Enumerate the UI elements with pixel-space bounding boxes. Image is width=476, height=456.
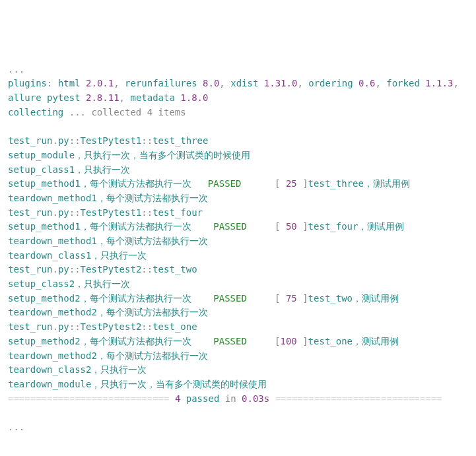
plugin-forked: forked (386, 78, 425, 88)
plugin-metadata: metadata (130, 92, 180, 103)
teardown-class-line: teardown_class1，只执行一次 (8, 249, 468, 263)
progress-pct: 50 (286, 221, 297, 232)
setup-module-line: setup_module，只执行一次，当有多个测试类的时候使用 (8, 148, 468, 163)
test-id-line: test_run.py::TestPytest2::test_two (8, 263, 468, 277)
test-result-line: setup_method2，每个测试方法都执行一次 PASSED [100 ]t… (8, 335, 468, 349)
blank-line (8, 120, 468, 135)
teardown-method: teardown_method1，每个测试方法都执行一次 (8, 193, 208, 203)
teardown-method-line: teardown_method1，每个测试方法都执行一次 (8, 191, 468, 206)
summary-rule-left: ============================= (8, 393, 175, 404)
test-name: test_three (153, 135, 208, 146)
ellipsis-line: ... (8, 63, 468, 77)
setup-class-line: setup_class2，只执行一次 (8, 277, 468, 292)
plugin-allure: allure pytest (8, 92, 86, 103)
summary-in: in (225, 393, 242, 404)
terminal-output: ...plugins: html 2.0.1, rerunfailures 8.… (8, 63, 468, 435)
collecting-label: collecting (8, 107, 69, 117)
summary-line: ============================= 4 passed i… (8, 392, 468, 407)
plugin-xdist: xdist (230, 78, 264, 88)
passed-label: PASSED (213, 293, 247, 304)
teardown-method-line: teardown_method1，每个测试方法都执行一次 (8, 234, 468, 249)
test-file: test_run (8, 321, 52, 332)
plugin-ordering: ordering (308, 78, 358, 88)
collecting-rest: ... collected 4 items (69, 107, 186, 117)
test-ext: py (58, 207, 69, 218)
test-ext: py (58, 321, 69, 332)
teardown-method-line: teardown_method2，每个测试方法都执行一次 (8, 306, 468, 320)
teardown-class-line: teardown_class2，只执行一次 (8, 363, 468, 377)
test-name: test_two (153, 264, 197, 275)
plugin-xdist-version: 1.31.0 (264, 78, 298, 88)
teardown-method: teardown_method2，每个测试方法都执行一次 (8, 307, 208, 317)
plugin-rerunfailures-version: 8.0 (203, 78, 219, 88)
test-class: TestPytest2 (81, 321, 142, 332)
summary-time: 0.03s (242, 393, 269, 404)
setup-class-line: setup_class1，只执行一次 (8, 163, 468, 178)
test-trail: test_three，测试用例 (308, 178, 410, 189)
plugin-html-version: 2.0.1 (86, 78, 114, 88)
test-trail: test_two，测试用例 (308, 293, 399, 304)
plugin-rerunfailures: rerunfailures (125, 78, 203, 88)
test-name: test_four (153, 207, 203, 218)
test-class: TestPytest1 (81, 135, 142, 146)
test-result-line: setup_method1，每个测试方法都执行一次 PASSED [ 25 ]t… (8, 177, 468, 191)
test-class: TestPytest2 (81, 264, 142, 275)
progress-pct: 100 (280, 336, 296, 346)
setup-class: setup_class2，只执行一次 (8, 278, 130, 289)
passed-label: PASSED (213, 336, 247, 346)
test-ext: py (58, 135, 69, 146)
ellipsis: ... (8, 422, 24, 432)
setup-method: setup_method1，每个测试方法都执行一次 (8, 178, 208, 189)
test-class: TestPytest1 (81, 207, 142, 218)
blank-line-2 (8, 406, 468, 420)
ellipsis: ... (8, 64, 24, 75)
setup-module: setup_module，只执行一次，当有多个测试类的时候使用 (8, 150, 250, 160)
teardown-method: teardown_method1，每个测试方法都执行一次 (8, 236, 208, 246)
plugin-ordering-version: 0.6 (358, 78, 375, 88)
test-name: test_one (153, 321, 197, 332)
test-trail: test_one，测试用例 (308, 336, 399, 346)
test-id-line: test_run.py::TestPytest1::test_four (8, 206, 468, 220)
summary-rule-right: ============================== (269, 393, 442, 404)
test-file: test_run (8, 135, 52, 146)
progress-pct: 25 (286, 178, 297, 189)
teardown-method-line: teardown_method2，每个测试方法都执行一次 (8, 349, 468, 364)
passed-label: PASSED (213, 221, 247, 232)
setup-method: setup_method2，每个测试方法都执行一次 (8, 336, 213, 346)
teardown-module: teardown_module，只执行一次，当有多个测试类的时候使用 (8, 379, 267, 389)
passed-label: PASSED (208, 178, 242, 189)
setup-method: setup_method2，每个测试方法都执行一次 (8, 293, 213, 304)
plugins-line: plugins: html 2.0.1, rerunfailures 8.0, … (8, 77, 468, 105)
ellipsis-line-bottom: ... (8, 420, 468, 435)
test-result-line: setup_method1，每个测试方法都执行一次 PASSED [ 50 ]t… (8, 220, 468, 234)
test-id-line: test_run.py::TestPytest2::test_one (8, 320, 468, 335)
test-file: test_run (8, 264, 52, 275)
teardown-class: teardown_class2，只执行一次 (8, 364, 147, 375)
setup-class: setup_class1，只执行一次 (8, 164, 130, 175)
test-trail: test_four，测试用例 (308, 221, 405, 232)
test-file: test_run (8, 207, 52, 218)
setup-method: setup_method1，每个测试方法都执行一次 (8, 221, 213, 232)
progress-pct: 75 (286, 293, 297, 304)
plugin-html: html (58, 78, 86, 88)
summary-passed: passed (180, 393, 224, 404)
plugin-allure-version: 2.8.11 (86, 92, 119, 103)
teardown-method: teardown_method2，每个测试方法都执行一次 (8, 350, 208, 361)
test-ext: py (58, 264, 69, 275)
collecting-line: collecting ... collected 4 items (8, 106, 468, 120)
test-id-line: test_run.py::TestPytest1::test_three (8, 134, 468, 148)
plugin-metadata-version: 1.8.0 (180, 92, 208, 103)
teardown-class: teardown_class1，只执行一次 (8, 250, 147, 261)
plugin-forked-version: 1.1.3 (425, 78, 453, 88)
teardown-module-line: teardown_module，只执行一次，当有多个测试类的时候使用 (8, 377, 468, 392)
test-result-line: setup_method2，每个测试方法都执行一次 PASSED [ 75 ]t… (8, 292, 468, 306)
plugins-label: plugins (8, 78, 47, 88)
